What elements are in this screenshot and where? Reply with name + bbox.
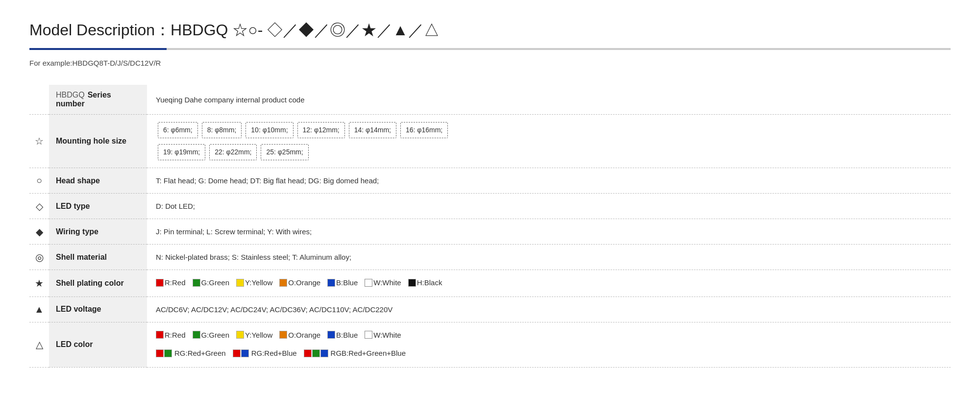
color-swatch xyxy=(304,349,312,357)
title-prefix: Model Description： xyxy=(29,21,171,39)
table-row: ★Shell plating colorR:RedG:GreenY:Yellow… xyxy=(29,270,951,297)
color-swatch xyxy=(327,279,335,287)
example-text: For example:HBDGQ8T-D/J/S/DC12V/R xyxy=(29,59,951,67)
triangle-outline-icon: △ xyxy=(29,322,49,367)
color-entry: B:Blue xyxy=(327,276,358,289)
diamond-outline-icon: ◇ xyxy=(29,194,49,219)
title: Model Description：HBDGQ ☆○- ◇／◆／◎／★／▲／△ xyxy=(29,20,951,41)
model-table: HBDGQSeries numberYueqing Dahe company i… xyxy=(29,85,951,368)
color-entry: Y:Yellow xyxy=(236,276,272,289)
color-swatch xyxy=(156,279,164,287)
color-entry: O:Orange xyxy=(279,328,320,342)
star-filled-icon: ★ xyxy=(29,270,49,297)
color-label: Y:Yellow xyxy=(245,328,272,342)
color-entry: H:Black xyxy=(408,276,442,289)
color-label: Y:Yellow xyxy=(245,276,272,289)
size-box: 12: φ12mm; xyxy=(297,122,345,138)
color-swatch xyxy=(327,331,335,339)
color-label: RG:Red+Blue xyxy=(251,346,297,360)
size-box: 22: φ22mm; xyxy=(209,144,257,160)
color-swatch xyxy=(312,349,320,357)
circle-icon: ○ xyxy=(29,168,49,194)
multi-color-entry: RG:Red+Blue xyxy=(233,346,297,360)
table-row: ◇LED typeD: Dot LED; xyxy=(29,194,951,219)
row-content: 6: φ6mm;8: φ8mm;10: φ10mm;12: φ12mm;14: … xyxy=(147,115,951,168)
color-entry: W:White xyxy=(365,276,401,289)
color-entry: G:Green xyxy=(193,276,230,289)
row-label: LED type xyxy=(49,194,147,219)
row-content: J: Pin terminal; L: Screw terminal; Y: W… xyxy=(147,219,951,245)
row-label: Shell material xyxy=(49,245,147,270)
color-label: O:Orange xyxy=(288,276,320,289)
table-row: ◎Shell materialN: Nickel-plated brass; S… xyxy=(29,245,951,270)
color-entry: Y:Yellow xyxy=(236,328,272,342)
size-box: 14: φ14mm; xyxy=(349,122,396,138)
color-swatch xyxy=(236,331,244,339)
color-entry: W:White xyxy=(365,328,401,342)
row-content: AC/DC6V; AC/DC12V; AC/DC24V; AC/DC36V; A… xyxy=(147,296,951,322)
color-swatch xyxy=(164,349,172,357)
color-label: RGB:Red+Green+Blue xyxy=(331,346,406,360)
table-row: ○Head shapeT: Flat head; G: Dome head; D… xyxy=(29,168,951,194)
row-content: D: Dot LED; xyxy=(147,194,951,219)
color-entry: G:Green xyxy=(193,328,230,342)
row-label: LED voltage xyxy=(49,296,147,322)
title-model: HBDGQ ☆○- ◇／◆／◎／★／▲／△ xyxy=(171,21,440,39)
table-row: HBDGQSeries numberYueqing Dahe company i… xyxy=(29,85,951,115)
row-label: Shell plating color xyxy=(49,270,147,297)
multi-color-entry: RGB:Red+Green+Blue xyxy=(304,346,406,360)
divider xyxy=(29,48,951,50)
row-label: Mounting hole size xyxy=(49,115,147,168)
row-content: R:RedG:GreenY:YellowO:OrangeB:BlueW:Whit… xyxy=(147,270,951,297)
row-label: LED color xyxy=(49,322,147,367)
size-box: 8: φ8mm; xyxy=(202,122,242,138)
size-box: 10: φ10mm; xyxy=(245,122,293,138)
color-label: RG:Red+Green xyxy=(174,346,226,360)
color-label: G:Green xyxy=(201,328,230,342)
table-row: ☆Mounting hole size6: φ6mm;8: φ8mm;10: φ… xyxy=(29,115,951,168)
row-label: Head shape xyxy=(49,168,147,194)
color-label: W:White xyxy=(373,328,401,342)
color-swatch xyxy=(241,349,249,357)
diamond-filled-icon: ◆ xyxy=(29,219,49,245)
color-entry: R:Red xyxy=(156,276,186,289)
size-box: 16: φ16mm; xyxy=(400,122,448,138)
multi-color-entry: RG:Red+Green xyxy=(156,346,226,360)
series-code: HBDGQ xyxy=(56,91,85,99)
size-box: 19: φ19mm; xyxy=(158,144,205,160)
color-swatch xyxy=(233,349,241,357)
color-label: R:Red xyxy=(165,276,186,289)
color-label: O:Orange xyxy=(288,328,320,342)
color-label: W:White xyxy=(373,276,401,289)
row-content: Yueqing Dahe company internal product co… xyxy=(147,85,951,115)
color-swatch xyxy=(193,331,200,339)
color-swatch xyxy=(365,331,372,339)
color-swatch xyxy=(156,331,164,339)
size-box: 25: φ25mm; xyxy=(261,144,308,160)
series-label-cell: HBDGQSeries number xyxy=(49,85,147,115)
color-swatch xyxy=(236,279,244,287)
color-label: R:Red xyxy=(165,328,186,342)
color-entry: O:Orange xyxy=(279,276,320,289)
color-swatch xyxy=(156,349,164,357)
color-swatch xyxy=(279,279,287,287)
color-swatch xyxy=(193,279,200,287)
triangle-filled-icon: ▲ xyxy=(29,296,49,322)
circle-double-icon: ◎ xyxy=(29,245,49,270)
color-label: B:Blue xyxy=(336,328,358,342)
color-entry: B:Blue xyxy=(327,328,358,342)
color-swatch xyxy=(365,279,372,287)
row-label: Wiring type xyxy=(49,219,147,245)
table-row: ◆Wiring typeJ: Pin terminal; L: Screw te… xyxy=(29,219,951,245)
table-row: ▲LED voltageAC/DC6V; AC/DC12V; AC/DC24V;… xyxy=(29,296,951,322)
color-swatch xyxy=(320,349,328,357)
row-content: R:RedG:GreenY:YellowO:OrangeB:BlueW:Whit… xyxy=(147,322,951,367)
none xyxy=(29,85,49,115)
color-label: G:Green xyxy=(201,276,230,289)
color-swatch xyxy=(408,279,416,287)
star-outline-icon: ☆ xyxy=(29,115,49,168)
row-content: T: Flat head; G: Dome head; DT: Big flat… xyxy=(147,168,951,194)
table-row: △LED colorR:RedG:GreenY:YellowO:OrangeB:… xyxy=(29,322,951,367)
color-label: B:Blue xyxy=(336,276,358,289)
row-content: N: Nickel-plated brass; S: Stainless ste… xyxy=(147,245,951,270)
